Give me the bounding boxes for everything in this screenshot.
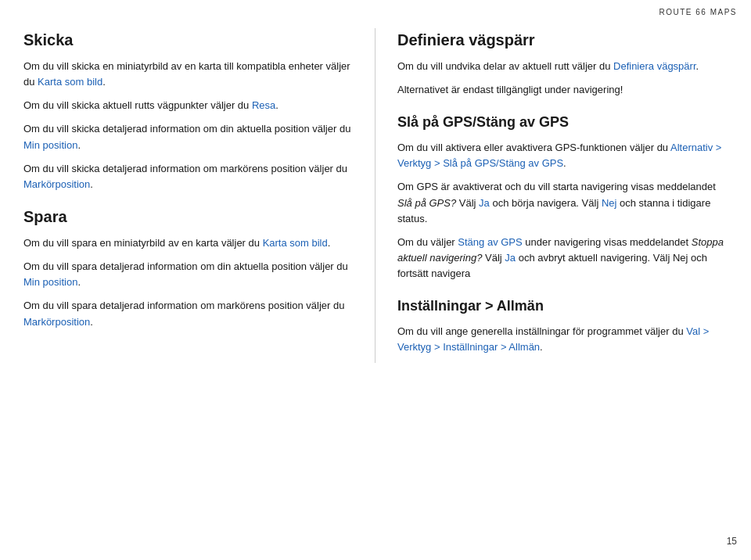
send-p2-text: Om du vill skicka aktuell rutts vägpunkt… (23, 99, 252, 111)
spara-title: Spara (23, 205, 353, 229)
send-p1-link[interactable]: Karta som bild (38, 76, 102, 88)
spara-p3-link[interactable]: Markörposition (23, 316, 90, 328)
brand-label: ROUTE 66 MAPS (659, 6, 737, 19)
gps-p1: Om du vill aktivera eller avaktivera GPS… (397, 140, 728, 171)
gps-title: Slå på GPS/Stäng av GPS (397, 112, 728, 134)
send-p3-link[interactable]: Min position (23, 139, 77, 151)
gps-p3-ja-link[interactable]: Ja (505, 252, 516, 264)
spara-p2: Om du vill spara detaljerad information … (23, 259, 353, 290)
page: ROUTE 66 MAPS Skicka Om du vill skicka e… (0, 0, 751, 560)
right-column: Definiera vägspärr Om du vill undvika de… (376, 28, 728, 363)
page-number: 15 (727, 534, 737, 549)
installningar-title: Inställningar > Allmän (397, 296, 728, 318)
gps-p2-nej-link[interactable]: Nej (602, 197, 617, 209)
spara-p3: Om du vill spara detaljerad information … (23, 298, 353, 329)
spara-p1: Om du vill spara en miniatyrbild av en k… (23, 235, 353, 251)
send-p2: Om du vill skicka aktuell rutts vägpunkt… (23, 98, 353, 113)
definiera-title: Definiera vägspärr (397, 28, 728, 52)
send-p4: Om du vill skicka detaljerad information… (23, 161, 353, 192)
send-title: Skicka (23, 28, 353, 52)
send-p2-link[interactable]: Resa (252, 99, 275, 111)
spara-p1-link[interactable]: Karta som bild (263, 237, 328, 249)
gps-p3: Om du väljer Stäng av GPS under navigeri… (397, 235, 728, 282)
send-p1: Om du vill skicka en miniatyrbild av en … (23, 59, 353, 90)
spara-p2-link[interactable]: Min position (23, 276, 77, 288)
spara-section: Spara Om du vill spara en miniatyrbild a… (23, 205, 353, 330)
gps-p3-link[interactable]: Stäng av GPS (458, 236, 522, 248)
definiera-p1: Om du vill undvika delar av aktuell rutt… (397, 59, 728, 74)
definiera-p2: Alternativet är endast tillgängligt unde… (397, 82, 728, 98)
gps-p2-ja-link[interactable]: Ja (479, 197, 490, 209)
gps-p2: Om GPS är avaktiverat och du vill starta… (397, 179, 728, 226)
send-p4-link[interactable]: Markörposition (23, 178, 90, 190)
send-p3: Om du vill skicka detaljerad information… (23, 121, 353, 153)
installningar-p1: Om du vill ange generella inställningar … (397, 324, 728, 355)
left-column: Skicka Om du vill skicka en miniatyrbild… (23, 28, 376, 363)
definiera-p1-link[interactable]: Definiera vägspärr (613, 60, 696, 72)
